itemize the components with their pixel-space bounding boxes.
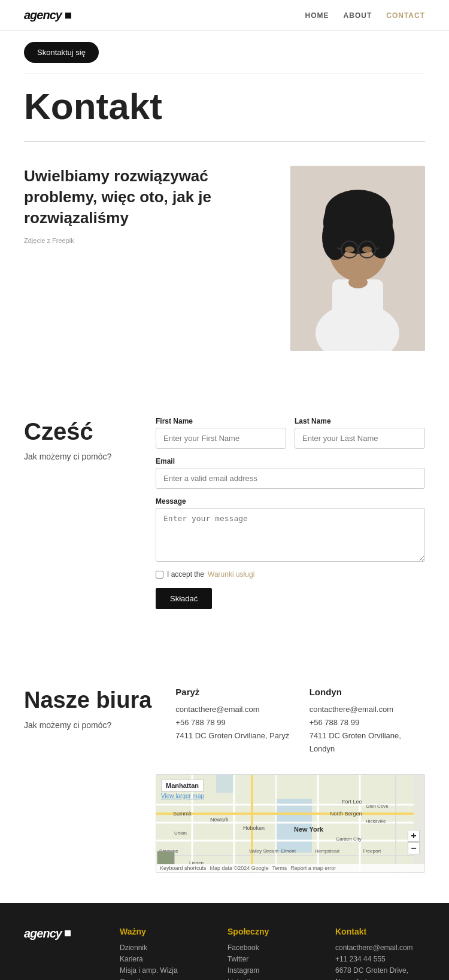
london-phone: +56 788 78 99	[310, 716, 425, 729]
london-office: Londyn contacthere@email.com +56 788 78 …	[310, 687, 425, 756]
last-name-input[interactable]	[295, 428, 425, 449]
footer-logo-text: agency	[24, 927, 62, 941]
form-name-row: First Name Last Name	[156, 417, 425, 449]
svg-point-10	[345, 246, 354, 252]
svg-text:North Bergen: North Bergen	[330, 811, 362, 817]
map-zoom-in[interactable]: +	[408, 830, 420, 842]
footer-top: agency Ważny Dziennik Kariera Misja i am…	[24, 927, 425, 980]
offices-top: Nasze biura Jak możemy ci pomóc? Paryż c…	[24, 687, 425, 756]
email-group: Email	[156, 457, 425, 489]
svg-rect-21	[216, 775, 234, 793]
svg-text:Freeport: Freeport	[363, 848, 381, 854]
last-name-label: Last Name	[295, 417, 425, 425]
footer-link-misja[interactable]: Misja i amp. Wizja	[120, 966, 210, 975]
footer-link-kariera[interactable]: Kariera	[120, 955, 210, 963]
footer-contact-email: contacthere@email.com	[335, 944, 425, 952]
map-report: Report a map error	[290, 865, 336, 871]
map-view-link[interactable]: View larger map	[161, 793, 204, 799]
footer-link-dziennik[interactable]: Dziennik	[120, 944, 210, 952]
form-greeting: Cześć	[24, 417, 132, 446]
map-footer-bar: Keyboard shortcuts Map data ©2024 Google…	[156, 864, 424, 872]
svg-point-9	[325, 190, 391, 235]
svg-rect-50	[157, 851, 174, 865]
last-name-group: Last Name	[295, 417, 425, 449]
cta-button[interactable]: Skontaktuj się	[24, 42, 99, 63]
form-right: First Name Last Name Email Message I acc…	[156, 417, 425, 609]
first-name-label: First Name	[156, 417, 286, 425]
navigation: HOME ABOUT CONTACT	[305, 11, 425, 20]
person-illustration	[290, 166, 425, 351]
map-view-link-container: View larger map	[161, 790, 204, 801]
hero-caption: Zdjęcie z Freepik	[24, 237, 272, 244]
hero-image	[290, 166, 425, 351]
terms-checkbox[interactable]	[156, 571, 163, 579]
nav-contact[interactable]: CONTACT	[386, 11, 425, 20]
svg-rect-3	[332, 279, 383, 351]
checkbox-text: I accept the	[167, 570, 204, 579]
email-input[interactable]	[156, 468, 425, 489]
map-container: New York Hoboken Newark North Bergen For…	[156, 774, 425, 873]
offices-subtitle: Jak możemy ci pomóc?	[24, 720, 151, 730]
hero-section: Uwielbiamy rozwiązywać problemy, więc ot…	[0, 142, 449, 387]
footer-logo-box-icon	[65, 930, 71, 936]
paris-city: Paryż	[175, 687, 291, 697]
london-email: contacthere@email.com	[310, 703, 425, 716]
footer-col-important: Ważny Dziennik Kariera Misja i amp. Wizj…	[120, 927, 210, 980]
offices-section: Nasze biura Jak możemy ci pomóc? Paryż c…	[0, 651, 449, 902]
svg-text:Union: Union	[174, 830, 187, 836]
hero-heading: Uwielbiamy rozwiązywać problemy, więc ot…	[24, 166, 227, 229]
terms-link[interactable]: Warunki usługi	[208, 570, 254, 579]
svg-text:Valley Stream: Valley Stream	[249, 848, 279, 854]
form-left: Cześć Jak możemy ci pomóc?	[24, 417, 132, 461]
footer-col-title-contact: Kontakt	[335, 927, 425, 936]
paris-info: contacthere@email.com +56 788 78 99 7411…	[175, 703, 291, 742]
london-address: 7411 DC Groten Orviliane, Londyn	[310, 729, 425, 756]
footer-contact-street: 6678 DC Groten Drive,	[335, 966, 425, 975]
footer-link-twitter[interactable]: Twitter	[227, 955, 317, 963]
footer-link-cennik[interactable]: Cennik	[120, 978, 210, 980]
cta-section: Skontaktuj się	[0, 31, 449, 74]
map-data: Map data ©2024 Google	[210, 865, 269, 871]
svg-text:Newark: Newark	[210, 817, 229, 823]
svg-text:Garden City: Garden City	[336, 836, 362, 842]
footer-col-title-important: Ważny	[120, 927, 210, 936]
header: agency HOME ABOUT CONTACT	[0, 0, 449, 31]
svg-text:Summit: Summit	[173, 811, 192, 817]
nav-about[interactable]: ABOUT	[344, 11, 372, 20]
map-zoom-controls: + −	[408, 830, 420, 854]
submit-button[interactable]: Składać	[156, 588, 212, 609]
form-subtitle: Jak możemy ci pomóc?	[24, 452, 132, 461]
nav-home[interactable]: HOME	[305, 11, 329, 20]
map-city-label: Manhattan	[166, 782, 199, 789]
page-title-section: Kontakt	[0, 74, 449, 141]
svg-text:New York: New York	[294, 826, 324, 833]
paris-office: Paryż contacthere@email.com +56 788 78 9…	[175, 687, 291, 756]
svg-text:Fort Lee: Fort Lee	[342, 799, 362, 805]
svg-text:Glen Cove: Glen Cove	[366, 804, 389, 809]
footer-logo: agency	[24, 927, 102, 941]
paris-email: contacthere@email.com	[175, 703, 291, 716]
footer-contact-phone: +11 234 44 555	[335, 955, 425, 963]
map-keyboard: Keyboard shortcuts	[160, 865, 207, 871]
map-zoom-out[interactable]: −	[408, 842, 420, 854]
page-title: Kontakt	[24, 86, 425, 127]
paris-address: 7411 DC Groten Orviliane, Paryż	[175, 729, 291, 742]
footer-contact-city: Nowy Jork	[335, 978, 425, 980]
footer-link-linkedin[interactable]: LinkedIn	[227, 978, 317, 980]
message-input[interactable]	[156, 508, 425, 562]
svg-point-18	[348, 276, 368, 288]
message-label: Message	[156, 497, 425, 506]
message-group: Message	[156, 497, 425, 562]
footer-link-instagram[interactable]: Instagram	[227, 966, 317, 975]
footer-link-facebook[interactable]: Facebook	[227, 944, 317, 952]
map-terms: Terms	[272, 865, 287, 871]
first-name-input[interactable]	[156, 428, 286, 449]
footer: agency Ważny Dziennik Kariera Misja i am…	[0, 903, 449, 980]
logo-box-icon	[65, 13, 71, 19]
offices-left: Nasze biura Jak możemy ci pomóc?	[24, 687, 151, 730]
form-section: Cześć Jak możemy ci pomóc? First Name La…	[0, 387, 449, 651]
footer-col-contact: Kontakt contacthere@email.com +11 234 44…	[335, 927, 425, 980]
svg-point-11	[362, 246, 372, 252]
london-info: contacthere@email.com +56 788 78 99 7411…	[310, 703, 425, 756]
footer-col-title-social: Społeczny	[227, 927, 317, 936]
